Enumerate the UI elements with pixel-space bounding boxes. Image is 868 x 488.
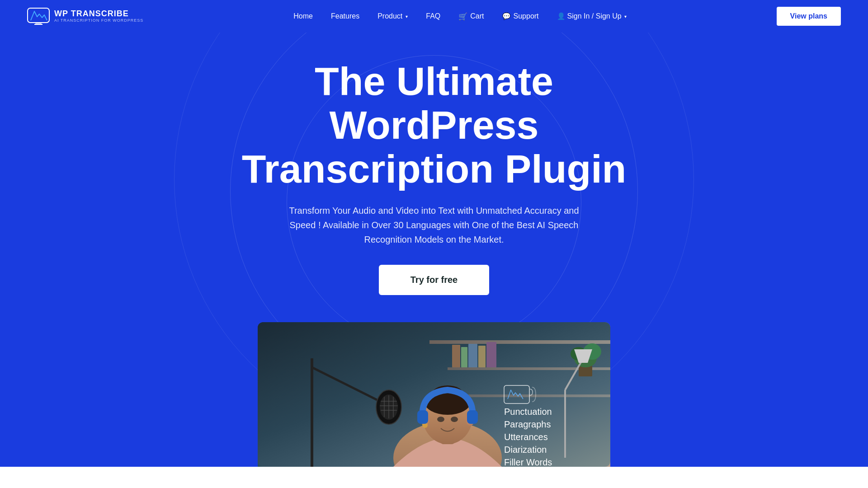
nav-item-product[interactable]: Product ▾ [377, 12, 408, 20]
svg-point-41 [451, 417, 458, 422]
hero-subtitle: Transform Your Audio and Video into Text… [276, 203, 592, 247]
nav-item-signin[interactable]: 👤 Sign In / Sign Up ▾ [557, 12, 627, 20]
svg-rect-5 [429, 340, 610, 344]
hero-section: The Ultimate WordPress Transcription Plu… [0, 33, 868, 467]
svg-rect-12 [486, 342, 496, 367]
svg-rect-11 [478, 346, 486, 367]
logo-text: WP TRANSCRIBE AI TRANSCRIPTION FOR WORDP… [54, 9, 143, 23]
nav-item-cart[interactable]: 🛒 Cart [458, 12, 484, 21]
cart-icon: 🛒 [458, 12, 467, 21]
logo-sub-text: AI TRANSCRIPTION FOR WORDPRESS [54, 19, 143, 23]
nav-product-link[interactable]: Product ▾ [377, 12, 408, 20]
svg-rect-10 [468, 344, 477, 367]
svg-text:Punctuation: Punctuation [504, 407, 552, 417]
signin-chevron-icon: ▾ [624, 14, 627, 19]
view-plans-button[interactable]: View plans [777, 7, 841, 26]
navbar: WP TRANSCRIBE AI TRANSCRIPTION FOR WORDP… [0, 0, 868, 33]
nav-links: Home Features Product ▾ FAQ 🛒 Cart 💬 Sup… [293, 12, 626, 21]
logo-icon [27, 8, 50, 25]
support-chat-icon: 💬 [502, 12, 511, 20]
logo-main-text: WP TRANSCRIBE [54, 9, 143, 19]
nav-signin-link[interactable]: 👤 Sign In / Sign Up ▾ [557, 12, 627, 20]
try-free-button[interactable]: Try for free [379, 265, 489, 295]
svg-rect-9 [461, 347, 467, 367]
nav-home-link[interactable]: Home [293, 12, 313, 20]
nav-faq-link[interactable]: FAQ [426, 12, 440, 20]
podcast-scene-svg: Punctuation Paragraphs Utterances Diariz… [258, 322, 610, 467]
svg-text:Paragraphs: Paragraphs [504, 419, 551, 429]
svg-text:Filler Words: Filler Words [504, 457, 552, 467]
svg-rect-8 [452, 345, 460, 367]
nav-item-faq[interactable]: FAQ [426, 12, 440, 20]
svg-text:Utterances: Utterances [504, 432, 548, 442]
svg-text:Diarization: Diarization [504, 445, 547, 455]
nav-item-features[interactable]: Features [331, 12, 359, 20]
product-chevron-icon: ▾ [406, 14, 408, 19]
hero-title: The Ultimate WordPress Transcription Plu… [231, 60, 637, 191]
hero-image-background: Punctuation Paragraphs Utterances Diariz… [258, 322, 610, 467]
nav-item-support[interactable]: 💬 Support [502, 12, 539, 20]
logo-link[interactable]: WP TRANSCRIBE AI TRANSCRIPTION FOR WORDP… [27, 8, 143, 25]
svg-rect-39 [467, 410, 478, 424]
hero-content: The Ultimate WordPress Transcription Plu… [231, 60, 637, 295]
svg-point-40 [437, 417, 444, 422]
svg-rect-38 [417, 410, 428, 424]
nav-support-link[interactable]: 💬 Support [502, 12, 539, 20]
nav-features-link[interactable]: Features [331, 12, 359, 20]
nav-cart-link[interactable]: 🛒 Cart [458, 12, 484, 21]
nav-item-home[interactable]: Home [293, 12, 313, 20]
person-icon: 👤 [557, 12, 566, 20]
hero-image-container: Punctuation Paragraphs Utterances Diariz… [258, 322, 610, 467]
